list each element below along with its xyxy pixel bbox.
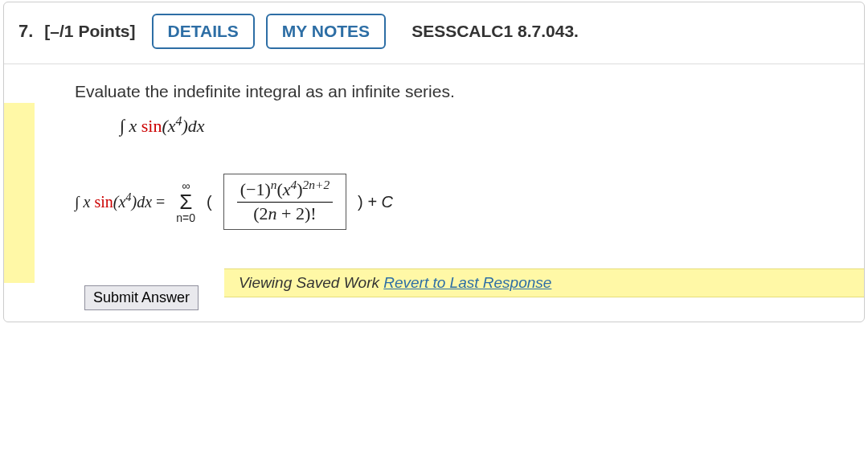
close-paren: ) — [358, 193, 363, 211]
sin-function: sin — [141, 116, 162, 136]
sigma-lower: n=0 — [176, 212, 195, 223]
plus-c: + C — [363, 193, 393, 211]
integral-var-2: x — [83, 193, 90, 211]
inner-post: )dx — [182, 116, 205, 136]
trailing: ) + C — [358, 193, 393, 211]
answer-input-box[interactable]: (−1)n(x4)2n+2 (2n + 2)! — [223, 174, 346, 230]
inner-post-2: )dx — [131, 193, 152, 211]
highlight-stripe — [4, 103, 35, 283]
integral-var: x — [129, 116, 137, 136]
open-paren: ( — [207, 193, 212, 211]
revert-link[interactable]: Revert to Last Response — [383, 274, 551, 291]
inner-exponent: 4 — [176, 114, 182, 128]
fraction: (−1)n(x4)2n+2 (2n + 2)! — [237, 180, 333, 223]
fraction-denominator: (2n + 2)! — [253, 203, 316, 223]
sigma-notation: ∞ Σ n=0 — [176, 180, 195, 223]
assignment-code: SESSCALC1 8.7.043. — [411, 22, 579, 41]
points-label: [–/1 Points] — [44, 22, 135, 41]
sin-function-2: sin — [94, 193, 113, 211]
inner-pre: (x — [162, 116, 175, 136]
saved-work-label: Viewing Saved Work — [239, 274, 383, 291]
question-card: 7. [–/1 Points] DETAILS MY NOTES SESSCAL… — [3, 2, 865, 322]
question-content: Evaluate the indefinite integral as an i… — [75, 82, 864, 230]
details-button[interactable]: DETAILS — [152, 14, 255, 49]
question-body: Evaluate the indefinite integral as an i… — [4, 64, 864, 322]
sigma-symbol: Σ — [179, 191, 192, 212]
my-notes-button[interactable]: MY NOTES — [266, 14, 386, 49]
inner-pre-2: (x — [113, 193, 126, 211]
integral-symbol: ∫ — [120, 116, 125, 136]
question-number: 7. — [18, 21, 33, 42]
submit-answer-button[interactable]: Submit Answer — [84, 285, 199, 310]
integral-symbol-2: ∫ — [75, 193, 79, 211]
lhs-integral: ∫ x sin(x4)dx = — [75, 193, 165, 211]
answer-row: ∫ x sin(x4)dx = ∞ Σ n=0 ( (−1)n(x4)2n+2 … — [75, 174, 848, 230]
question-header: 7. [–/1 Points] DETAILS MY NOTES SESSCAL… — [4, 2, 864, 64]
given-integral: ∫ x sin(x4)dx — [120, 116, 848, 137]
fraction-numerator: (−1)n(x4)2n+2 — [237, 180, 333, 202]
submit-wrap: Submit Answer — [84, 285, 199, 310]
question-prompt: Evaluate the indefinite integral as an i… — [75, 82, 848, 101]
saved-work-strip: Viewing Saved Work Revert to Last Respon… — [224, 268, 864, 297]
